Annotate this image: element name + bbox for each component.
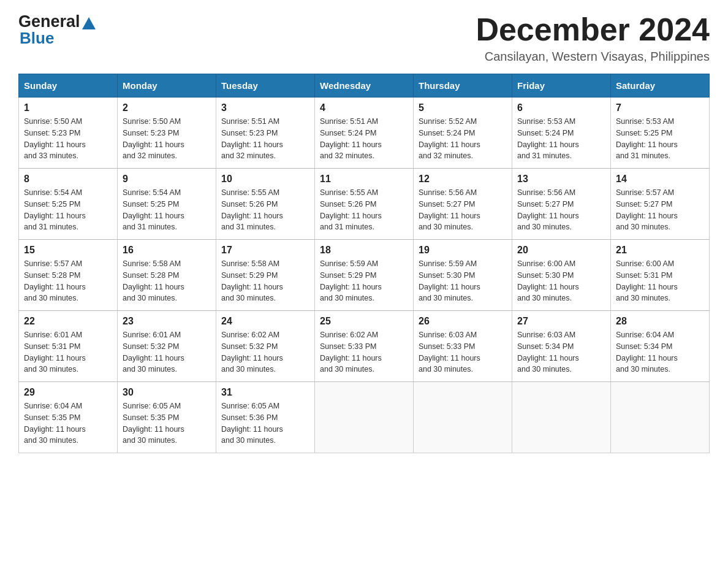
day-number: 27 — [517, 316, 605, 327]
day-info: Sunrise: 5:51 AMSunset: 5:23 PMDaylight:… — [221, 116, 309, 162]
day-info: Sunrise: 6:00 AMSunset: 5:30 PMDaylight:… — [517, 258, 605, 304]
calendar-day-cell — [512, 382, 611, 453]
day-info: Sunrise: 5:56 AMSunset: 5:27 PMDaylight:… — [419, 187, 507, 233]
day-info: Sunrise: 5:58 AMSunset: 5:29 PMDaylight:… — [221, 258, 309, 304]
header-cell-thursday: Thursday — [414, 74, 512, 98]
calendar-table: SundayMondayTuesdayWednesdayThursdayFrid… — [18, 74, 710, 453]
day-info: Sunrise: 5:55 AMSunset: 5:26 PMDaylight:… — [320, 187, 408, 233]
day-info: Sunrise: 5:57 AMSunset: 5:27 PMDaylight:… — [616, 187, 704, 233]
day-number: 11 — [320, 174, 408, 185]
day-info: Sunrise: 6:00 AMSunset: 5:31 PMDaylight:… — [616, 258, 704, 304]
calendar-header-row: SundayMondayTuesdayWednesdayThursdayFrid… — [19, 74, 710, 98]
day-info: Sunrise: 6:01 AMSunset: 5:32 PMDaylight:… — [123, 329, 211, 375]
calendar-day-cell: 10Sunrise: 5:55 AMSunset: 5:26 PMDayligh… — [216, 169, 315, 240]
calendar-day-cell: 24Sunrise: 6:02 AMSunset: 5:32 PMDayligh… — [216, 311, 315, 382]
day-number: 6 — [517, 102, 605, 113]
day-number: 21 — [616, 245, 704, 256]
day-info: Sunrise: 6:03 AMSunset: 5:33 PMDaylight:… — [419, 329, 507, 375]
day-number: 16 — [123, 245, 211, 256]
calendar-day-cell: 31Sunrise: 6:05 AMSunset: 5:36 PMDayligh… — [216, 382, 315, 453]
day-info: Sunrise: 6:05 AMSunset: 5:35 PMDaylight:… — [123, 400, 211, 446]
location-title: Cansilayan, Western Visayas, Philippines — [476, 50, 710, 64]
day-number: 17 — [221, 245, 309, 256]
day-info: Sunrise: 5:53 AMSunset: 5:24 PMDaylight:… — [517, 116, 605, 162]
calendar-day-cell: 20Sunrise: 6:00 AMSunset: 5:30 PMDayligh… — [512, 240, 611, 311]
day-number: 31 — [221, 387, 309, 398]
day-number: 10 — [221, 174, 309, 185]
logo: General Blue — [18, 12, 96, 48]
day-number: 1 — [24, 102, 112, 113]
calendar-day-cell: 18Sunrise: 5:59 AMSunset: 5:29 PMDayligh… — [315, 240, 414, 311]
day-info: Sunrise: 6:05 AMSunset: 5:36 PMDaylight:… — [221, 400, 309, 446]
day-number: 15 — [24, 245, 112, 256]
header-cell-sunday: Sunday — [19, 74, 118, 98]
day-info: Sunrise: 5:53 AMSunset: 5:25 PMDaylight:… — [616, 116, 704, 162]
day-number: 5 — [419, 102, 507, 113]
logo-blue-text: Blue — [20, 29, 54, 48]
calendar-day-cell: 1Sunrise: 5:50 AMSunset: 5:23 PMDaylight… — [19, 98, 118, 169]
day-number: 13 — [517, 174, 605, 185]
day-number: 23 — [123, 316, 211, 327]
calendar-week-row: 22Sunrise: 6:01 AMSunset: 5:31 PMDayligh… — [19, 311, 710, 382]
logo-triangle-icon — [82, 17, 96, 29]
day-info: Sunrise: 5:54 AMSunset: 5:25 PMDaylight:… — [123, 187, 211, 233]
calendar-day-cell: 22Sunrise: 6:01 AMSunset: 5:31 PMDayligh… — [19, 311, 118, 382]
day-number: 20 — [517, 245, 605, 256]
title-block: December 2024 Cansilayan, Western Visaya… — [476, 12, 710, 64]
day-info: Sunrise: 6:01 AMSunset: 5:31 PMDaylight:… — [24, 329, 112, 375]
calendar-day-cell — [414, 382, 512, 453]
day-info: Sunrise: 5:52 AMSunset: 5:24 PMDaylight:… — [419, 116, 507, 162]
header-cell-tuesday: Tuesday — [216, 74, 315, 98]
day-number: 4 — [320, 102, 408, 113]
calendar-day-cell: 3Sunrise: 5:51 AMSunset: 5:23 PMDaylight… — [216, 98, 315, 169]
day-number: 14 — [616, 174, 704, 185]
day-number: 26 — [419, 316, 507, 327]
calendar-day-cell: 28Sunrise: 6:04 AMSunset: 5:34 PMDayligh… — [611, 311, 710, 382]
day-info: Sunrise: 5:51 AMSunset: 5:24 PMDaylight:… — [320, 116, 408, 162]
day-info: Sunrise: 5:56 AMSunset: 5:27 PMDaylight:… — [517, 187, 605, 233]
day-info: Sunrise: 5:59 AMSunset: 5:29 PMDaylight:… — [320, 258, 408, 304]
calendar-day-cell: 17Sunrise: 5:58 AMSunset: 5:29 PMDayligh… — [216, 240, 315, 311]
calendar-day-cell: 29Sunrise: 6:04 AMSunset: 5:35 PMDayligh… — [19, 382, 118, 453]
day-number: 22 — [24, 316, 112, 327]
day-info: Sunrise: 5:55 AMSunset: 5:26 PMDaylight:… — [221, 187, 309, 233]
day-info: Sunrise: 5:50 AMSunset: 5:23 PMDaylight:… — [123, 116, 211, 162]
day-number: 18 — [320, 245, 408, 256]
calendar-day-cell: 14Sunrise: 5:57 AMSunset: 5:27 PMDayligh… — [611, 169, 710, 240]
day-number: 19 — [419, 245, 507, 256]
header-cell-friday: Friday — [512, 74, 611, 98]
header-cell-wednesday: Wednesday — [315, 74, 414, 98]
day-info: Sunrise: 5:57 AMSunset: 5:28 PMDaylight:… — [24, 258, 112, 304]
calendar-day-cell: 7Sunrise: 5:53 AMSunset: 5:25 PMDaylight… — [611, 98, 710, 169]
calendar-day-cell: 4Sunrise: 5:51 AMSunset: 5:24 PMDaylight… — [315, 98, 414, 169]
calendar-day-cell: 30Sunrise: 6:05 AMSunset: 5:35 PMDayligh… — [118, 382, 216, 453]
calendar-week-row: 29Sunrise: 6:04 AMSunset: 5:35 PMDayligh… — [19, 382, 710, 453]
day-number: 3 — [221, 102, 309, 113]
header-cell-monday: Monday — [118, 74, 216, 98]
day-number: 24 — [221, 316, 309, 327]
calendar-day-cell: 12Sunrise: 5:56 AMSunset: 5:27 PMDayligh… — [414, 169, 512, 240]
calendar-day-cell: 16Sunrise: 5:58 AMSunset: 5:28 PMDayligh… — [118, 240, 216, 311]
day-number: 30 — [123, 387, 211, 398]
day-number: 25 — [320, 316, 408, 327]
calendar-day-cell: 23Sunrise: 6:01 AMSunset: 5:32 PMDayligh… — [118, 311, 216, 382]
day-number: 9 — [123, 174, 211, 185]
calendar-day-cell: 26Sunrise: 6:03 AMSunset: 5:33 PMDayligh… — [414, 311, 512, 382]
calendar-day-cell: 5Sunrise: 5:52 AMSunset: 5:24 PMDaylight… — [414, 98, 512, 169]
calendar-day-cell: 9Sunrise: 5:54 AMSunset: 5:25 PMDaylight… — [118, 169, 216, 240]
day-info: Sunrise: 6:04 AMSunset: 5:35 PMDaylight:… — [24, 400, 112, 446]
calendar-week-row: 15Sunrise: 5:57 AMSunset: 5:28 PMDayligh… — [19, 240, 710, 311]
month-title: December 2024 — [476, 12, 710, 47]
calendar-week-row: 1Sunrise: 5:50 AMSunset: 5:23 PMDaylight… — [19, 98, 710, 169]
calendar-day-cell: 13Sunrise: 5:56 AMSunset: 5:27 PMDayligh… — [512, 169, 611, 240]
day-number: 2 — [123, 102, 211, 113]
day-info: Sunrise: 6:04 AMSunset: 5:34 PMDaylight:… — [616, 329, 704, 375]
calendar-day-cell: 25Sunrise: 6:02 AMSunset: 5:33 PMDayligh… — [315, 311, 414, 382]
calendar-day-cell: 2Sunrise: 5:50 AMSunset: 5:23 PMDaylight… — [118, 98, 216, 169]
calendar-day-cell: 8Sunrise: 5:54 AMSunset: 5:25 PMDaylight… — [19, 169, 118, 240]
day-info: Sunrise: 6:03 AMSunset: 5:34 PMDaylight:… — [517, 329, 605, 375]
calendar-day-cell: 15Sunrise: 5:57 AMSunset: 5:28 PMDayligh… — [19, 240, 118, 311]
day-number: 28 — [616, 316, 704, 327]
calendar-day-cell — [611, 382, 710, 453]
day-info: Sunrise: 5:59 AMSunset: 5:30 PMDaylight:… — [419, 258, 507, 304]
